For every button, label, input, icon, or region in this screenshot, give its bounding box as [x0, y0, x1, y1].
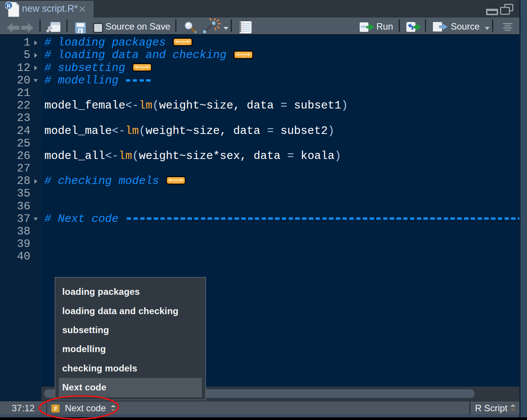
svg-text:R: R: [7, 3, 11, 9]
